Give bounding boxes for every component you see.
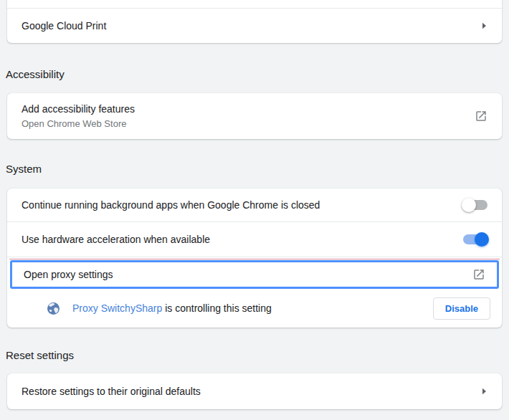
accessibility-card: Add accessibility features Open Chrome W… xyxy=(7,93,502,139)
external-link-icon xyxy=(472,268,485,281)
accessibility-row-text: Add accessibility features Open Chrome W… xyxy=(22,103,135,129)
divider xyxy=(7,257,502,257)
add-accessibility-features-label: Add accessibility features xyxy=(22,103,135,115)
add-accessibility-features-row[interactable]: Add accessibility features Open Chrome W… xyxy=(7,93,502,139)
extension-message: Proxy SwitchySharp is controlling this s… xyxy=(72,302,272,314)
accessibility-heading: Accessibility xyxy=(6,68,503,81)
system-heading: System xyxy=(6,163,503,176)
extension-controlled-row: Proxy SwitchySharp is controlling this s… xyxy=(7,289,502,328)
google-cloud-print-row[interactable]: Google Cloud Print xyxy=(7,9,502,43)
open-proxy-settings-row[interactable]: Open proxy settings xyxy=(10,260,499,289)
open-proxy-settings-label: Open proxy settings xyxy=(24,269,113,280)
system-card: Continue running background apps when Go… xyxy=(7,188,502,328)
restore-defaults-label: Restore settings to their original defau… xyxy=(22,386,201,397)
google-cloud-print-label: Google Cloud Print xyxy=(22,20,106,32)
chevron-right-icon xyxy=(480,388,487,395)
cloud-print-card: Google Cloud Print xyxy=(7,0,502,43)
cloud-print-card-upper-area xyxy=(7,0,502,8)
background-apps-row[interactable]: Continue running background apps when Go… xyxy=(7,188,502,221)
extension-message-text: is controlling this setting xyxy=(162,302,272,314)
hardware-acceleration-row[interactable]: Use hardware acceleration when available xyxy=(7,222,502,257)
open-chrome-web-store-label: Open Chrome Web Store xyxy=(22,118,135,129)
chevron-right-icon xyxy=(480,22,487,29)
reset-settings-heading: Reset settings xyxy=(6,349,503,362)
background-apps-toggle[interactable] xyxy=(463,200,487,210)
reset-settings-card: Restore settings to their original defau… xyxy=(7,373,502,409)
external-link-icon xyxy=(475,110,487,123)
hardware-acceleration-toggle[interactable] xyxy=(463,234,487,244)
disable-button[interactable]: Disable xyxy=(433,297,490,320)
hardware-acceleration-label: Use hardware acceleration when available xyxy=(22,234,210,245)
restore-defaults-row[interactable]: Restore settings to their original defau… xyxy=(7,373,502,409)
background-apps-label: Continue running background apps when Go… xyxy=(22,199,320,211)
globe-icon xyxy=(47,302,60,315)
proxy-switchysharp-link[interactable]: Proxy SwitchySharp xyxy=(72,302,162,314)
